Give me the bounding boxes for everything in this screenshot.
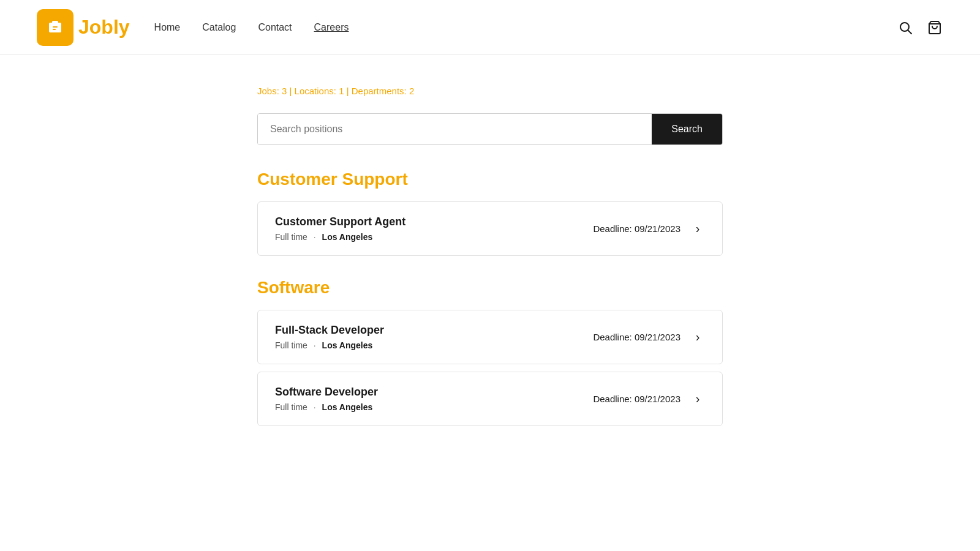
cart-icon[interactable] <box>926 19 943 36</box>
job-right: Deadline: 09/21/2023 › <box>593 392 705 407</box>
header-right <box>897 19 943 36</box>
nav-careers[interactable]: Careers <box>314 22 349 33</box>
job-meta: Full time · Los Angeles <box>275 232 405 242</box>
header-left: Jobly Home Catalog Contact Careers <box>37 9 349 46</box>
main-nav: Home Catalog Contact Careers <box>154 22 349 33</box>
job-title: Full-Stack Developer <box>275 324 384 337</box>
logo-area[interactable]: Jobly <box>37 9 130 46</box>
dot-separator: · <box>314 402 316 412</box>
nav-contact[interactable]: Contact <box>258 22 292 33</box>
job-right: Deadline: 09/21/2023 › <box>593 222 705 236</box>
svg-rect-2 <box>52 21 58 24</box>
job-deadline: Deadline: 09/21/2023 <box>593 332 680 342</box>
dot-separator: · <box>314 340 316 350</box>
job-meta: Full time · Los Angeles <box>275 402 378 412</box>
job-left: Customer Support Agent Full time · Los A… <box>275 216 405 242</box>
nav-catalog[interactable]: Catalog <box>202 22 236 33</box>
search-icon[interactable] <box>897 19 914 36</box>
job-type: Full time <box>275 340 307 350</box>
job-meta: Full time · Los Angeles <box>275 340 384 350</box>
search-container: Search <box>257 113 723 145</box>
job-location: Los Angeles <box>322 232 373 242</box>
svg-line-6 <box>908 30 912 34</box>
search-button[interactable]: Search <box>652 114 722 144</box>
job-deadline: Deadline: 09/21/2023 <box>593 223 680 234</box>
dot-separator: · <box>314 232 316 242</box>
stats-bar: Jobs: 3 | Locations: 1 | Departments: 2 <box>257 86 723 96</box>
logo-text: Jobly <box>78 16 130 39</box>
job-card-software-developer[interactable]: Software Developer Full time · Los Angel… <box>257 372 723 426</box>
job-left: Software Developer Full time · Los Angel… <box>275 386 378 412</box>
job-location: Los Angeles <box>322 340 373 350</box>
job-deadline: Deadline: 09/21/2023 <box>593 394 680 404</box>
job-type: Full time <box>275 232 307 242</box>
job-type: Full time <box>275 402 307 412</box>
svg-rect-4 <box>53 29 56 30</box>
department-title-customer-support: Customer Support <box>257 170 723 189</box>
job-title: Customer Support Agent <box>275 216 405 228</box>
chevron-right-icon: › <box>690 392 705 407</box>
job-left: Full-Stack Developer Full time · Los Ang… <box>275 324 384 350</box>
header: Jobly Home Catalog Contact Careers <box>0 0 980 55</box>
job-card-customer-support-agent[interactable]: Customer Support Agent Full time · Los A… <box>257 201 723 256</box>
search-input[interactable] <box>258 114 652 144</box>
job-card-fullstack-developer[interactable]: Full-Stack Developer Full time · Los Ang… <box>257 310 723 364</box>
job-right: Deadline: 09/21/2023 › <box>593 330 705 345</box>
department-software: Software Full-Stack Developer Full time … <box>257 278 723 426</box>
chevron-right-icon: › <box>690 222 705 236</box>
department-customer-support: Customer Support Customer Support Agent … <box>257 170 723 256</box>
main-content: Jobs: 3 | Locations: 1 | Departments: 2 … <box>245 55 735 479</box>
logo-icon <box>37 9 74 46</box>
job-title: Software Developer <box>275 386 378 399</box>
chevron-right-icon: › <box>690 330 705 345</box>
nav-home[interactable]: Home <box>154 22 181 33</box>
job-location: Los Angeles <box>322 402 373 412</box>
svg-rect-3 <box>53 26 58 28</box>
department-title-software: Software <box>257 278 723 298</box>
